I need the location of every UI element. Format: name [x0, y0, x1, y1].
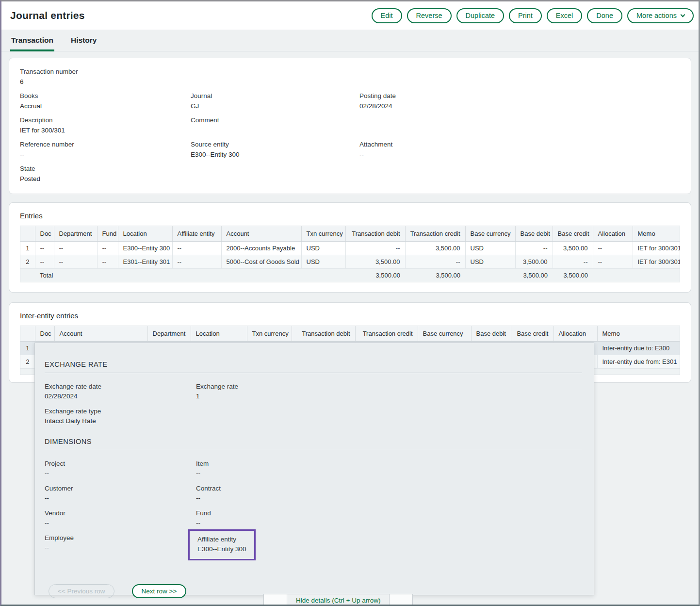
field-value: --: [196, 470, 582, 477]
field-label: Exchange rate type: [45, 408, 196, 415]
total-txn-debit: 3,500.00: [345, 269, 405, 282]
cell-allocation: --: [593, 242, 633, 255]
excel-button[interactable]: Excel: [547, 8, 582, 23]
field-label: Vendor: [45, 509, 196, 517]
cell-location: E301--Entity 301: [118, 255, 172, 269]
col-header-base-debit: Base debit: [471, 326, 511, 342]
field-value: Intacct Daily Rate: [45, 417, 196, 425]
field-value: --: [45, 519, 196, 527]
col-header-account: Account: [221, 226, 301, 242]
col-header-transaction-credit: Transaction credit: [405, 226, 465, 242]
cell-base-currency: USD: [465, 255, 515, 269]
reverse-button[interactable]: Reverse: [407, 8, 452, 23]
cell-allocation: --: [593, 255, 633, 269]
project-field: Project --: [45, 460, 196, 477]
entries-row-1[interactable]: 1 -- -- -- E300--Entity 300 -- 2000--Acc…: [20, 242, 680, 255]
dimensions-heading: DIMENSIONS: [45, 438, 582, 445]
entries-row-2[interactable]: 2 -- -- -- E301--Entity 301 -- 5000--Cos…: [20, 255, 680, 269]
field-value: 02/28/2024: [45, 393, 196, 400]
header-bar: Journal entries Edit Reverse Duplicate P…: [1, 1, 699, 30]
cell-affiliate: --: [172, 242, 221, 255]
reference-number-field: Reference number --: [20, 141, 191, 159]
contract-field: Contract --: [196, 485, 582, 502]
field-label: Fund: [196, 509, 582, 517]
field-label: Contract: [196, 485, 582, 492]
col-header-base-currency: Base currency: [418, 326, 471, 342]
cell-memo: Inter-entity due to: E300: [597, 342, 680, 355]
cell-affiliate: --: [172, 255, 221, 269]
field-value: --: [20, 151, 191, 159]
duplicate-button[interactable]: Duplicate: [456, 8, 504, 23]
cell-rownum: 2: [20, 255, 35, 269]
col-header-txn-currency: Txn currency: [247, 326, 292, 342]
cell-txn-currency: USD: [301, 255, 345, 269]
total-base-credit: 3,500.00: [553, 269, 593, 282]
transaction-number-field: Transaction number 6: [20, 68, 191, 86]
vendor-field: Vendor --: [45, 509, 196, 527]
field-value: 1: [196, 393, 582, 400]
more-actions-button[interactable]: More actions: [627, 8, 694, 23]
field-label: Books: [20, 92, 191, 99]
field-label: Employee: [45, 534, 196, 541]
attachment-field: Attachment --: [359, 141, 680, 159]
col-header-rownum: [20, 326, 35, 342]
total-txn-credit: 3,500.00: [405, 269, 465, 282]
field-value: --: [45, 494, 196, 502]
journal-entries-page: Journal entries Edit Reverse Duplicate P…: [0, 0, 700, 606]
next-row-button[interactable]: Next row >>: [132, 584, 187, 598]
col-header-fund: Fund: [97, 226, 118, 242]
tab-transaction[interactable]: Transaction: [10, 36, 54, 51]
col-header-base-currency: Base currency: [465, 226, 515, 242]
col-header-transaction-credit: Transaction credit: [355, 326, 418, 342]
field-label: Item: [196, 460, 582, 467]
exchange-rate-heading: EXCHANGE RATE: [45, 360, 582, 368]
col-header-transaction-debit: Transaction debit: [292, 326, 355, 342]
cell-department: --: [54, 255, 97, 269]
cell-rownum: [20, 269, 35, 282]
chevron-down-icon: [681, 12, 685, 17]
cell-fund: --: [97, 255, 118, 269]
cell-rownum: 1: [20, 342, 35, 355]
more-actions-label: More actions: [636, 12, 677, 19]
col-header-location: Location: [191, 326, 247, 342]
col-header-memo: Memo: [597, 326, 680, 342]
field-label: Customer: [45, 485, 196, 492]
description-field: Description IET for 300/301: [20, 116, 191, 134]
field-value: --: [359, 151, 680, 159]
field-label: Affiliate entity: [197, 536, 246, 543]
field-value: 6: [20, 78, 191, 86]
field-label: Exchange rate: [196, 383, 582, 390]
entries-card: Entries Doc Department Fund Location: [9, 202, 691, 293]
cell-base-credit: 3,500.00: [553, 242, 593, 255]
previous-row-button[interactable]: << Previous row: [49, 584, 114, 598]
interentity-title: Inter-entity entries: [20, 311, 680, 320]
field-value: IET for 300/301: [20, 127, 191, 134]
total-base-debit: 3,500.00: [515, 269, 553, 282]
cell-department: --: [54, 242, 97, 255]
cell-memo: IET for 300/301: [633, 255, 680, 269]
cell-txn-credit: 3,500.00: [405, 242, 465, 255]
field-label: Comment: [191, 116, 359, 124]
field-value: Posted: [20, 175, 191, 183]
col-header-department: Department: [54, 226, 97, 242]
employee-field: Employee --: [45, 534, 196, 560]
field-label: State: [20, 165, 191, 172]
affiliate-entity-highlight-box: Affiliate entity E300--Entity 300: [188, 529, 256, 560]
entries-title: Entries: [20, 212, 680, 220]
tab-history[interactable]: History: [70, 36, 98, 51]
edit-button[interactable]: Edit: [372, 8, 402, 23]
section-divider: [45, 450, 582, 450]
bottom-tab-strip: Hide details (Ctrl + Up arrow): [263, 594, 413, 606]
comment-field: Comment: [191, 116, 359, 134]
exchange-rate-date-field: Exchange rate date 02/28/2024: [45, 383, 196, 400]
exchange-rate-type-field: Exchange rate type Intacct Daily Rate: [45, 408, 196, 425]
hide-details-tab[interactable]: Hide details (Ctrl + Up arrow): [287, 594, 390, 606]
field-label: Reference number: [20, 141, 191, 148]
print-button[interactable]: Print: [509, 8, 542, 23]
books-field: Books Accrual: [20, 92, 191, 110]
toolbar: Edit Reverse Duplicate Print Excel Done …: [372, 8, 694, 23]
field-value: --: [196, 519, 582, 527]
field-value: --: [45, 544, 196, 552]
done-button[interactable]: Done: [587, 8, 622, 23]
col-header-department: Department: [147, 326, 191, 342]
